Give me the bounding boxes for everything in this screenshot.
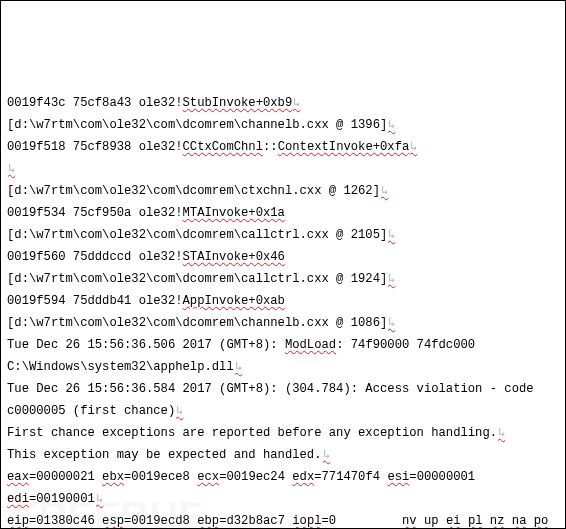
log-line: c0000005 (first chance)↲ bbox=[7, 400, 559, 422]
return-icon: ↲ bbox=[8, 158, 15, 180]
log-line: eax=00000021 ebx=0019ece8 ecx=0019ec24 e… bbox=[7, 466, 559, 488]
log-line: 0019f560 75dddccd ole32!STAInvoke+0x46 bbox=[7, 246, 559, 268]
log-line: This exception may be expected and handl… bbox=[7, 444, 559, 466]
log-line: C:\Windows\system32\apphelp.dll↲ bbox=[7, 356, 559, 378]
log-line: 0019f594 75dddb41 ole32!AppInvoke+0xab bbox=[7, 290, 559, 312]
log-line: eip=01380c46 esp=0019ecd8 ebp=d32b8ac7 i… bbox=[7, 510, 559, 529]
return-icon: ↲ bbox=[293, 92, 300, 114]
log-line: 0019f43c 75cf8a43 ole32!StubInvoke+0xb9↲ bbox=[7, 92, 559, 114]
log-line: ↲ bbox=[7, 158, 559, 180]
return-icon: ↲ bbox=[388, 224, 395, 246]
log-line: Tue Dec 26 15:56:36.584 2017 (GMT+8): (3… bbox=[7, 378, 559, 400]
return-icon: ↲ bbox=[388, 312, 395, 334]
return-icon: ↲ bbox=[381, 180, 388, 202]
log-line: edi=00190001↲ bbox=[7, 488, 559, 510]
log-line: [d:\w7rtm\com\ole32\com\dcomrem\channelb… bbox=[7, 312, 559, 334]
log-line: [d:\w7rtm\com\ole32\com\dcomrem\callctrl… bbox=[7, 268, 559, 290]
return-icon: ↲ bbox=[498, 422, 505, 444]
log-line: First chance exceptions are reported bef… bbox=[7, 422, 559, 444]
log-output: 0019f43c 75cf8a43 ole32!StubInvoke+0xb9↲… bbox=[7, 92, 559, 529]
return-icon: ↲ bbox=[235, 356, 242, 378]
return-icon: ↲ bbox=[323, 444, 330, 466]
return-icon: ↲ bbox=[388, 114, 395, 136]
log-line: [d:\w7rtm\com\ole32\com\dcomrem\ctxchnl.… bbox=[7, 180, 559, 202]
log-line: Tue Dec 26 15:56:36.506 2017 (GMT+8): Mo… bbox=[7, 334, 559, 356]
log-line: 0019f518 75cf8938 ole32!CCtxComChnl::Con… bbox=[7, 136, 559, 158]
log-line: [d:\w7rtm\com\ole32\com\dcomrem\channelb… bbox=[7, 114, 559, 136]
return-icon: ↲ bbox=[410, 136, 417, 158]
log-line: 0019f534 75cf950a ole32!MTAInvoke+0x1a bbox=[7, 202, 559, 224]
log-line: [d:\w7rtm\com\ole32\com\dcomrem\callctrl… bbox=[7, 224, 559, 246]
return-icon: ↲ bbox=[96, 488, 103, 510]
return-icon: ↲ bbox=[176, 400, 183, 422]
return-icon: ↲ bbox=[388, 268, 395, 290]
